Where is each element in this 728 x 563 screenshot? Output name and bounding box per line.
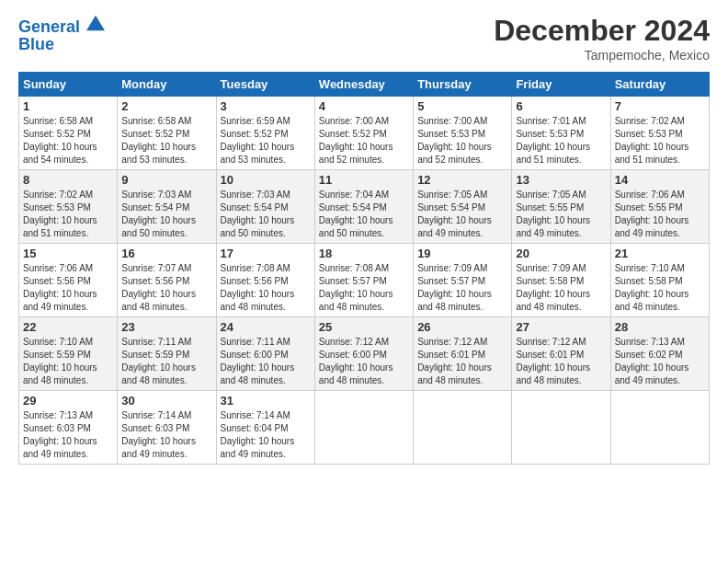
calendar-day-cell: 22Sunrise: 7:10 AMSunset: 5:59 PMDayligh… bbox=[19, 317, 118, 391]
day-number: 1 bbox=[23, 99, 113, 113]
day-number: 5 bbox=[417, 99, 507, 113]
weekday-header-thursday: Thursday bbox=[414, 73, 512, 97]
day-info: Sunrise: 7:06 AMSunset: 5:56 PMDaylight:… bbox=[23, 262, 113, 314]
calendar-day-cell: 31Sunrise: 7:14 AMSunset: 6:04 PMDayligh… bbox=[216, 391, 314, 465]
day-info: Sunrise: 7:11 AMSunset: 5:59 PMDaylight:… bbox=[121, 336, 211, 387]
calendar-day-cell: 27Sunrise: 7:12 AMSunset: 6:01 PMDayligh… bbox=[512, 317, 610, 391]
weekday-header-row: SundayMondayTuesdayWednesdayThursdayFrid… bbox=[19, 73, 710, 97]
calendar-day-cell: 16Sunrise: 7:07 AMSunset: 5:56 PMDayligh… bbox=[118, 244, 216, 317]
month-title: December 2024 bbox=[494, 14, 710, 48]
day-number: 12 bbox=[417, 173, 507, 187]
calendar-day-cell: 29Sunrise: 7:13 AMSunset: 6:03 PMDayligh… bbox=[19, 391, 118, 465]
calendar-day-cell: 10Sunrise: 7:03 AMSunset: 5:54 PMDayligh… bbox=[216, 170, 314, 244]
calendar-day-cell: 21Sunrise: 7:10 AMSunset: 5:58 PMDayligh… bbox=[610, 244, 709, 317]
day-info: Sunrise: 7:13 AMSunset: 6:02 PMDaylight:… bbox=[615, 336, 705, 387]
calendar-day-cell: 5Sunrise: 7:00 AMSunset: 5:53 PMDaylight… bbox=[414, 97, 512, 170]
day-number: 6 bbox=[516, 99, 606, 113]
location: Tampemoche, Mexico bbox=[494, 48, 710, 63]
logo-text: General bbox=[18, 14, 105, 37]
day-number: 3 bbox=[221, 99, 311, 113]
empty-cell bbox=[414, 391, 512, 465]
day-number: 7 bbox=[615, 99, 705, 113]
calendar-day-cell: 8Sunrise: 7:02 AMSunset: 5:53 PMDaylight… bbox=[19, 170, 118, 244]
weekday-header-wednesday: Wednesday bbox=[314, 73, 413, 97]
day-info: Sunrise: 7:10 AMSunset: 5:59 PMDaylight:… bbox=[23, 336, 113, 387]
day-info: Sunrise: 7:14 AMSunset: 6:03 PMDaylight:… bbox=[121, 409, 211, 461]
calendar-day-cell: 23Sunrise: 7:11 AMSunset: 5:59 PMDayligh… bbox=[118, 317, 216, 391]
day-info: Sunrise: 7:01 AMSunset: 5:53 PMDaylight:… bbox=[516, 115, 606, 167]
empty-cell bbox=[512, 391, 610, 465]
calendar-day-cell: 24Sunrise: 7:11 AMSunset: 6:00 PMDayligh… bbox=[216, 317, 314, 391]
day-number: 18 bbox=[319, 247, 409, 260]
day-number: 10 bbox=[221, 173, 311, 187]
day-number: 25 bbox=[319, 320, 409, 334]
weekday-header-friday: Friday bbox=[512, 73, 610, 97]
svg-marker-0 bbox=[86, 16, 105, 31]
day-info: Sunrise: 7:03 AMSunset: 5:54 PMDaylight:… bbox=[221, 189, 311, 240]
day-number: 31 bbox=[221, 394, 311, 408]
calendar-day-cell: 2Sunrise: 6:58 AMSunset: 5:52 PMDaylight… bbox=[118, 97, 216, 170]
day-info: Sunrise: 6:58 AMSunset: 5:52 PMDaylight:… bbox=[121, 115, 211, 167]
day-info: Sunrise: 7:07 AMSunset: 5:56 PMDaylight:… bbox=[121, 262, 211, 314]
logo: General Blue bbox=[18, 14, 105, 54]
calendar-day-cell: 4Sunrise: 7:00 AMSunset: 5:52 PMDaylight… bbox=[314, 97, 413, 170]
calendar-day-cell: 19Sunrise: 7:09 AMSunset: 5:57 PMDayligh… bbox=[414, 244, 512, 317]
weekday-header-tuesday: Tuesday bbox=[216, 73, 314, 97]
logo-icon bbox=[86, 14, 105, 32]
day-info: Sunrise: 7:05 AMSunset: 5:55 PMDaylight:… bbox=[516, 189, 606, 240]
day-info: Sunrise: 7:14 AMSunset: 6:04 PMDaylight:… bbox=[221, 409, 311, 461]
day-number: 17 bbox=[221, 247, 311, 260]
calendar-day-cell: 7Sunrise: 7:02 AMSunset: 5:53 PMDaylight… bbox=[610, 97, 709, 170]
calendar-day-cell: 14Sunrise: 7:06 AMSunset: 5:55 PMDayligh… bbox=[610, 170, 709, 244]
day-info: Sunrise: 7:08 AMSunset: 5:57 PMDaylight:… bbox=[319, 262, 409, 314]
day-number: 29 bbox=[23, 394, 113, 408]
day-info: Sunrise: 7:06 AMSunset: 5:55 PMDaylight:… bbox=[615, 189, 705, 240]
logo-general: General bbox=[18, 17, 80, 36]
day-info: Sunrise: 7:04 AMSunset: 5:54 PMDaylight:… bbox=[319, 189, 409, 240]
day-number: 11 bbox=[319, 173, 409, 187]
day-number: 27 bbox=[516, 320, 606, 334]
calendar-day-cell: 6Sunrise: 7:01 AMSunset: 5:53 PMDaylight… bbox=[512, 97, 610, 170]
day-info: Sunrise: 7:00 AMSunset: 5:53 PMDaylight:… bbox=[417, 115, 507, 167]
day-number: 15 bbox=[23, 247, 113, 260]
day-info: Sunrise: 7:02 AMSunset: 5:53 PMDaylight:… bbox=[615, 115, 705, 167]
day-info: Sunrise: 7:12 AMSunset: 6:00 PMDaylight:… bbox=[319, 336, 409, 387]
calendar-day-cell: 12Sunrise: 7:05 AMSunset: 5:54 PMDayligh… bbox=[414, 170, 512, 244]
day-info: Sunrise: 7:12 AMSunset: 6:01 PMDaylight:… bbox=[417, 336, 507, 387]
day-number: 4 bbox=[319, 99, 409, 113]
calendar-day-cell: 11Sunrise: 7:04 AMSunset: 5:54 PMDayligh… bbox=[314, 170, 413, 244]
calendar-day-cell: 13Sunrise: 7:05 AMSunset: 5:55 PMDayligh… bbox=[512, 170, 610, 244]
day-number: 19 bbox=[417, 247, 507, 260]
calendar-week-row: 22Sunrise: 7:10 AMSunset: 5:59 PMDayligh… bbox=[19, 317, 710, 391]
calendar-week-row: 8Sunrise: 7:02 AMSunset: 5:53 PMDaylight… bbox=[19, 170, 710, 244]
weekday-header-saturday: Saturday bbox=[610, 73, 709, 97]
day-info: Sunrise: 7:10 AMSunset: 5:58 PMDaylight:… bbox=[615, 262, 705, 314]
calendar-day-cell: 25Sunrise: 7:12 AMSunset: 6:00 PMDayligh… bbox=[314, 317, 413, 391]
day-number: 20 bbox=[516, 247, 606, 260]
calendar-day-cell: 18Sunrise: 7:08 AMSunset: 5:57 PMDayligh… bbox=[314, 244, 413, 317]
empty-cell bbox=[314, 391, 413, 465]
calendar-day-cell: 1Sunrise: 6:58 AMSunset: 5:52 PMDaylight… bbox=[19, 97, 118, 170]
day-info: Sunrise: 7:00 AMSunset: 5:52 PMDaylight:… bbox=[319, 115, 409, 167]
calendar-week-row: 15Sunrise: 7:06 AMSunset: 5:56 PMDayligh… bbox=[19, 244, 710, 317]
day-number: 13 bbox=[516, 173, 606, 187]
day-number: 24 bbox=[221, 320, 311, 334]
day-info: Sunrise: 7:05 AMSunset: 5:54 PMDaylight:… bbox=[417, 189, 507, 240]
day-number: 8 bbox=[23, 173, 113, 187]
day-info: Sunrise: 7:13 AMSunset: 6:03 PMDaylight:… bbox=[23, 409, 113, 461]
day-number: 2 bbox=[121, 99, 211, 113]
weekday-header-monday: Monday bbox=[118, 73, 216, 97]
day-info: Sunrise: 7:03 AMSunset: 5:54 PMDaylight:… bbox=[121, 189, 211, 240]
calendar-day-cell: 30Sunrise: 7:14 AMSunset: 6:03 PMDayligh… bbox=[118, 391, 216, 465]
day-number: 16 bbox=[121, 247, 211, 260]
calendar-table: SundayMondayTuesdayWednesdayThursdayFrid… bbox=[18, 72, 710, 465]
day-info: Sunrise: 7:12 AMSunset: 6:01 PMDaylight:… bbox=[516, 336, 606, 387]
logo-blue: Blue bbox=[18, 35, 105, 54]
day-number: 28 bbox=[615, 320, 705, 334]
day-number: 26 bbox=[417, 320, 507, 334]
header: General Blue December 2024 Tampemoche, M… bbox=[18, 14, 710, 63]
calendar-day-cell: 17Sunrise: 7:08 AMSunset: 5:56 PMDayligh… bbox=[216, 244, 314, 317]
calendar-day-cell: 9Sunrise: 7:03 AMSunset: 5:54 PMDaylight… bbox=[118, 170, 216, 244]
title-block: December 2024 Tampemoche, Mexico bbox=[494, 14, 710, 63]
day-info: Sunrise: 7:09 AMSunset: 5:58 PMDaylight:… bbox=[516, 262, 606, 314]
